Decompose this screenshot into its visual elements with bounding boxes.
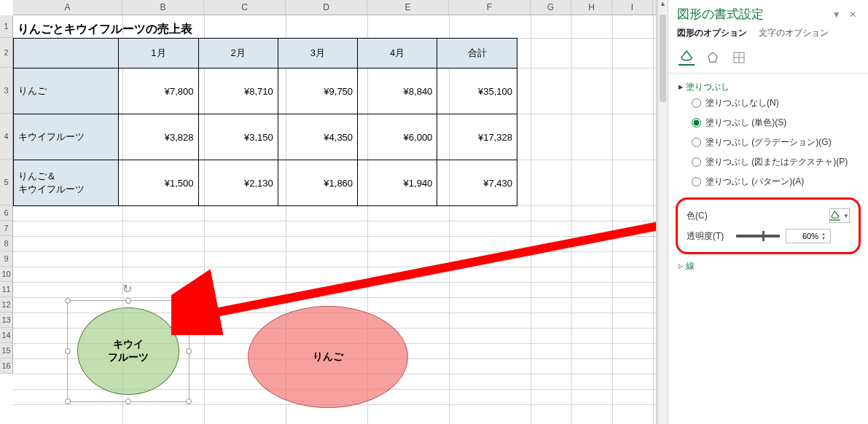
fill-picture-option[interactable]: 塗りつぶし (図またはテクスチャ)(P) [679,152,858,172]
row-label: りんご [14,68,119,114]
table-cell[interactable]: ¥1,500 [119,160,198,206]
col-header-g[interactable]: G [531,0,571,15]
fill-section-header[interactable]: ▶ 塗りつぶし [679,81,858,93]
table-header-month1: 1月 [119,39,198,68]
tab-text-options[interactable]: 文字のオプション [759,25,829,41]
line-section-header[interactable]: ▷ 線 [679,260,858,272]
tab-shape-options[interactable]: 図形のオプション [677,25,747,41]
row-header-12[interactable]: 12 [0,297,13,313]
table-cell[interactable]: ¥1,940 [358,160,437,206]
table-cell[interactable]: ¥7,800 [119,68,198,114]
row-header-1[interactable]: 1 [0,15,13,38]
fill-section-label: 塗りつぶし [686,81,730,93]
table-cell[interactable]: ¥3,828 [119,114,198,160]
table-cell[interactable]: ¥35,100 [437,68,517,114]
scrollbar-thumb[interactable] [660,15,666,102]
table-cell[interactable]: ¥4,350 [278,114,357,160]
panel-close-icon[interactable]: ✕ [846,9,859,20]
col-header-h[interactable]: H [571,0,612,15]
row-header-4[interactable]: 4 [0,114,13,160]
row-header-6[interactable]: 6 [0,205,13,221]
spreadsheet-area: A B C D E F G H I 1 2 3 4 5 6 7 8 9 10 1… [0,0,668,424]
color-transparency-callout: 色(C) ▼ 透明度(T) ▲▼ [676,197,861,254]
fill-line-tab-icon[interactable] [679,50,695,66]
shape-kiwi-ellipse[interactable]: キウイ フルーツ [77,307,179,395]
row-header-16[interactable]: 16 [0,358,13,374]
caret-right-icon: ▷ [679,263,683,270]
fill-solid-option[interactable]: 塗りつぶし (単色)(S) [679,113,858,133]
col-header-i[interactable]: I [612,0,653,15]
col-header-b[interactable]: B [122,0,204,15]
spinner-down-icon[interactable]: ▼ [821,236,830,240]
fill-color-button[interactable]: ▼ [829,208,850,223]
col-header-f[interactable]: F [449,0,531,15]
table-cell[interactable]: ¥1,860 [278,160,357,206]
vertical-scrollbar[interactable]: ▲ [658,0,668,424]
fill-gradient-option[interactable]: 塗りつぶし (グラデーション)(G) [679,133,858,152]
table-header-month2: 2月 [198,39,278,68]
table-title: りんごとキウイフルーツの売上表 [17,22,192,37]
table-cell[interactable]: ¥17,328 [437,114,517,160]
row-header-11[interactable]: 11 [0,282,13,297]
fill-none-option[interactable]: 塗りつぶしなし(N) [679,93,858,113]
size-props-tab-icon[interactable] [731,50,747,66]
color-label: 色(C) [687,210,736,222]
row-header-15[interactable]: 15 [0,343,13,358]
row-headers[interactable]: 1 2 3 4 5 6 7 8 9 10 11 12 13 14 15 16 [0,15,13,374]
row-header-8[interactable]: 8 [0,236,13,251]
table-cell[interactable]: ¥7,430 [437,160,517,206]
row-header-9[interactable]: 9 [0,251,13,267]
row-header-10[interactable]: 10 [0,267,13,282]
caret-down-icon: ▶ [679,84,683,90]
row-header-2[interactable]: 2 [0,38,13,68]
sales-table[interactable]: 1月 2月 3月 4月 合計 りんご ¥7,800 ¥8,710 ¥9,750 … [13,38,517,206]
table-header-month3: 3月 [278,39,357,68]
table-cell[interactable]: ¥3,150 [198,114,278,160]
table-cell[interactable]: ¥9,750 [278,68,357,114]
transparency-slider[interactable] [736,235,780,237]
table-header-total: 合計 [437,39,517,68]
column-headers[interactable]: A B C D E F G H I [13,0,668,15]
transparency-label: 透明度(T) [687,230,736,243]
col-header-d[interactable]: D [286,0,367,15]
svg-rect-5 [830,219,840,221]
col-header-a[interactable]: A [13,0,122,15]
panel-title: 図形の書式設定 [677,6,829,23]
fill-pattern-option[interactable]: 塗りつぶし (パターン)(A) [679,172,858,192]
table-header-month4: 4月 [358,39,437,68]
col-header-e[interactable]: E [367,0,449,15]
line-section-label: 線 [686,260,695,272]
format-shape-panel: 図形の書式設定 ▼ ✕ 図形のオプション 文字のオプション ▶ 塗りつぶし 塗り… [668,0,868,424]
table-cell[interactable]: ¥6,000 [358,114,437,160]
row-header-3[interactable]: 3 [0,68,13,114]
panel-dropdown-icon[interactable]: ▼ [829,9,844,20]
row-label: りんご＆ キウイフルーツ [14,160,119,206]
table-cell[interactable]: ¥2,130 [198,160,278,206]
row-header-7[interactable]: 7 [0,221,13,236]
transparency-spinner[interactable]: ▲▼ [786,229,831,243]
svg-marker-1 [708,52,717,62]
effects-tab-icon[interactable] [705,50,721,66]
table-header-blank [14,39,119,68]
transparency-input[interactable] [786,232,821,240]
col-header-c[interactable]: C [204,0,286,15]
table-cell[interactable]: ¥8,710 [198,68,278,114]
scroll-up-icon[interactable]: ▲ [658,0,668,7]
row-header-13[interactable]: 13 [0,313,13,328]
row-header-5[interactable]: 5 [0,160,13,205]
row-header-14[interactable]: 14 [0,328,13,343]
shape-apple-ellipse[interactable]: りんご [248,306,408,408]
table-cell[interactable]: ¥8,840 [358,68,437,114]
row-label: キウイフルーツ [14,114,119,160]
